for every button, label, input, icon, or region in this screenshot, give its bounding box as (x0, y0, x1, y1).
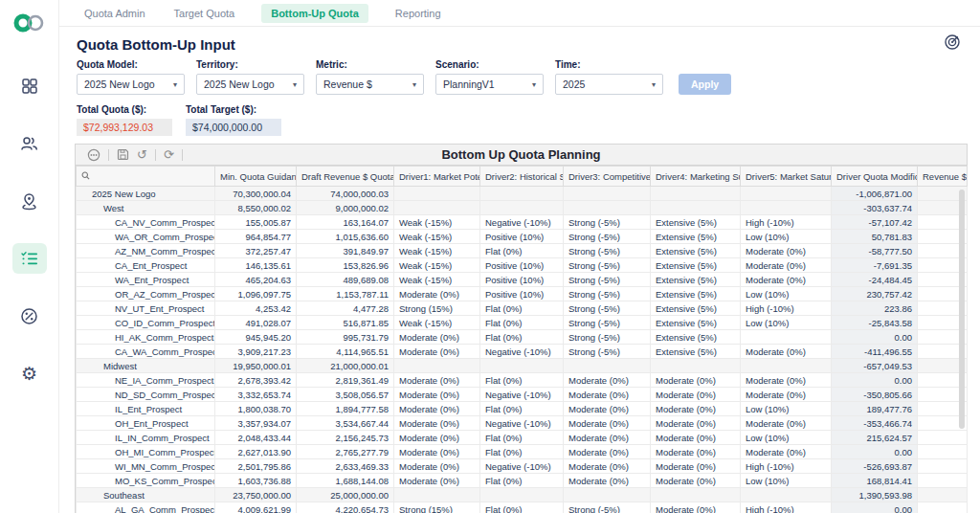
sidebar-item-commissions[interactable] (12, 301, 47, 331)
cell-driver3[interactable]: Strong (-5%) (564, 330, 651, 345)
cell-min-quota[interactable]: 1,603,736.88 (215, 474, 297, 488)
cell-driver3[interactable]: Strong (-5%) (564, 287, 651, 301)
cell-driver3[interactable]: Strong (-5%) (564, 215, 651, 230)
cell-driver4[interactable]: Moderate (0%) (651, 445, 741, 459)
cell-driver3[interactable]: Moderate (0%) (564, 402, 651, 416)
cell-driver5[interactable]: Moderate (0%) (741, 345, 832, 359)
cell-min-quota[interactable]: 2,048,433.44 (215, 431, 297, 445)
cell-driver1[interactable]: Weak (-15%) (394, 258, 480, 273)
row-name-cell[interactable]: WI_MN_Comm_Prospect (77, 459, 215, 474)
cell-draft-revenue[interactable]: 1,015,636.60 (297, 230, 394, 244)
table-row[interactable]: OH_MI_Comm_Prospect2,627,013.902,765,277… (77, 445, 968, 459)
col-driver1-market-potential[interactable]: Driver1: Market Potential (394, 167, 480, 187)
cell-min-quota[interactable]: 155,005.87 (215, 215, 297, 230)
sidebar-item-settings[interactable]: ⚙ (12, 358, 47, 389)
cell-draft-revenue[interactable]: 2,819,361.49 (297, 373, 394, 388)
cell-driver2[interactable]: Flat (0%) (480, 502, 564, 513)
cell-driver2[interactable]: Negative (-10%) (480, 416, 564, 431)
cell-min-quota[interactable]: 2,678,393.42 (215, 373, 297, 388)
cell-driver2[interactable]: Negative (-10%) (480, 215, 564, 230)
cell-driver1[interactable]: Weak (-15%) (394, 230, 480, 244)
cell-min-quota[interactable]: 372,257.47 (215, 244, 297, 258)
cell-min-quota[interactable]: 146,135.61 (215, 258, 297, 273)
cell-driver1[interactable]: Weak (-15%) (394, 215, 480, 230)
cell-driver4[interactable]: Extensive (5%) (651, 330, 741, 345)
row-name-cell[interactable]: AZ_NM_Comm_Prospect (77, 244, 215, 258)
cell-quota-modification[interactable]: 0.00 (832, 330, 918, 345)
cell-min-quota[interactable]: 23,750,000.00 (215, 488, 297, 502)
cell-draft-revenue[interactable]: 4,114,965.51 (297, 345, 394, 359)
row-name-cell[interactable]: NV_UT_Ent_Prospect (77, 301, 215, 316)
cell-driver3[interactable]: Moderate (0%) (564, 373, 651, 388)
table-row[interactable]: WI_MN_Comm_Prospect2,501,795.862,633,469… (77, 459, 968, 474)
cell-driver4[interactable]: Extensive (5%) (651, 258, 741, 273)
cell-driver3[interactable] (564, 488, 651, 502)
cell-driver2[interactable]: Negative (-10%) (480, 388, 564, 402)
col-driver5-market-saturation[interactable]: Driver5: Market Saturation (741, 167, 832, 187)
row-name-cell[interactable]: ND_SD_Comm_Prospect (77, 388, 215, 402)
cell-driver1[interactable]: Moderate (0%) (394, 459, 480, 474)
cell-driver3[interactable] (564, 359, 651, 373)
cell-driver2[interactable]: Positive (10%) (480, 258, 564, 273)
table-row[interactable]: CA_Ent_Prospect146,135.61153,826.96Weak … (77, 258, 968, 273)
cell-draft-revenue[interactable]: 4,477.28 (297, 301, 394, 316)
cell-quota-modification[interactable]: 0.00 (832, 502, 918, 513)
cell-quota-modification[interactable]: -58,777.50 (832, 244, 918, 258)
cell-driver5[interactable]: Moderate (0%) (741, 258, 832, 273)
cell-min-quota[interactable]: 491,028.07 (215, 316, 297, 330)
col-driver3-competitiveness[interactable]: Driver3: Competitiveness (564, 167, 651, 187)
cell-quota-modification[interactable]: -526,693.87 (832, 459, 918, 474)
cell-driver5[interactable]: Low (10%) (741, 230, 832, 244)
cell-driver3[interactable]: Strong (-5%) (564, 230, 651, 244)
table-row[interactable]: CA_WA_Comm_Prospect3,909,217.234,114,965… (77, 345, 968, 359)
cell-driver4[interactable]: Moderate (0%) (651, 474, 741, 488)
table-row[interactable]: NV_UT_Ent_Prospect4,253.424,477.28Strong… (77, 301, 968, 316)
row-name-cell[interactable]: CA_Ent_Prospect (77, 258, 215, 273)
cell-draft-revenue[interactable]: 489,689.08 (297, 273, 394, 287)
cell-draft-revenue[interactable]: 995,731.79 (297, 330, 394, 345)
col-driver2-historical-sales[interactable]: Driver2: Historical Sales (480, 167, 564, 187)
cell-revenue-quota[interactable] (918, 488, 968, 502)
app-logo[interactable] (12, 11, 47, 38)
cell-driver4[interactable]: Extensive (5%) (651, 345, 741, 359)
cell-driver4[interactable] (651, 488, 741, 502)
cell-driver4[interactable]: Extensive (5%) (651, 230, 741, 244)
cell-driver2[interactable]: Positive (10%) (480, 287, 564, 301)
cell-quota-modification[interactable]: 50,781.83 (832, 230, 918, 244)
cell-draft-revenue[interactable]: 3,508,056.57 (297, 388, 394, 402)
cell-draft-revenue[interactable]: 3,534,667.44 (297, 416, 394, 431)
cell-driver4[interactable]: Extensive (5%) (651, 301, 741, 316)
table-row[interactable]: IL_Ent_Prospect1,800,038.701,894,777.58M… (77, 402, 968, 416)
cell-quota-modification[interactable]: 0.00 (832, 445, 918, 459)
cell-driver4[interactable] (651, 187, 741, 201)
cell-driver1[interactable]: Moderate (0%) (394, 330, 480, 345)
cell-driver1[interactable]: Moderate (0%) (394, 345, 480, 359)
cell-driver3[interactable]: Strong (-5%) (564, 273, 651, 287)
tab-quota-admin[interactable]: Quota Admin (82, 4, 147, 23)
undo-button[interactable]: ↺ (137, 148, 147, 161)
cell-driver5[interactable]: Moderate (0%) (741, 244, 832, 258)
table-row[interactable]: 2025 New Logo70,300,000.0474,000,000.03-… (77, 187, 968, 201)
table-row[interactable]: ND_SD_Comm_Prospect3,332,653.743,508,056… (77, 388, 968, 402)
cell-quota-modification[interactable]: -25,843.58 (832, 316, 918, 330)
cell-draft-revenue[interactable]: 74,000,000.03 (297, 187, 394, 201)
cell-min-quota[interactable]: 1,800,038.70 (215, 402, 297, 416)
row-name-cell[interactable]: WA_Ent_Prospect (77, 273, 215, 287)
row-name-cell[interactable]: CA_NV_Comm_Prospect (77, 215, 215, 230)
cell-min-quota[interactable]: 4,009,621.99 (215, 502, 297, 513)
cell-min-quota[interactable]: 8,550,000.02 (215, 201, 297, 215)
cell-draft-revenue[interactable]: 25,000,000.00 (297, 488, 394, 502)
metric-select[interactable]: Revenue $ ▾ (316, 74, 424, 95)
table-row[interactable]: AZ_NM_Comm_Prospect372,257.47391,849.97W… (77, 244, 968, 258)
cell-driver4[interactable]: Moderate (0%) (651, 459, 741, 474)
sidebar-item-users[interactable] (12, 128, 47, 159)
col-draft-revenue-quota[interactable]: Draft Revenue $ Quota 2025 (297, 167, 394, 187)
cell-driver5[interactable]: Moderate (0%) (741, 445, 832, 459)
cell-quota-modification[interactable]: -353,466.74 (832, 416, 918, 431)
cell-draft-revenue[interactable]: 1,894,777.58 (297, 402, 394, 416)
cell-driver4[interactable]: Moderate (0%) (651, 373, 741, 388)
table-row[interactable]: MO_KS_Comm_Prospect1,603,736.881,688,144… (77, 474, 968, 488)
cell-min-quota[interactable]: 19,950,000.01 (215, 359, 297, 373)
table-row[interactable]: CO_ID_Comm_Prospect491,028.07516,871.85W… (77, 316, 968, 330)
cell-driver2[interactable]: Flat (0%) (480, 445, 564, 459)
